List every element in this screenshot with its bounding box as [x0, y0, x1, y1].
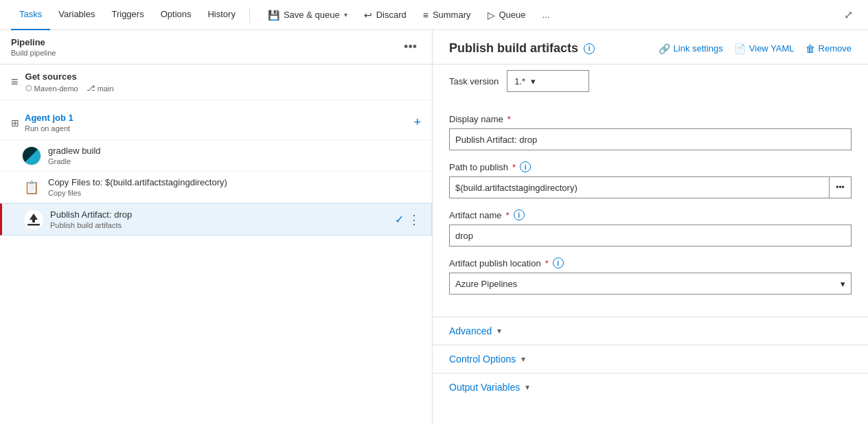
- remove-button[interactable]: 🗑 Remove: [806, 43, 852, 54]
- tab-tasks[interactable]: Tasks: [11, 0, 50, 30]
- discard-icon: ↩: [364, 10, 372, 21]
- publish-task-title: Publish Artifact: drop: [50, 209, 395, 220]
- right-panel: Publish build artifacts i 🔗 Link setting…: [433, 30, 868, 425]
- copy-task-title: Copy Files to: $(build.artifactstagingdi…: [48, 177, 421, 187]
- artifact-location-select[interactable]: Azure Pipelines ▾: [449, 273, 852, 295]
- summary-icon: ≡: [423, 10, 429, 21]
- branch-icon: ⎇: [87, 84, 95, 93]
- agent-job-details: Agent job 1 Run on agent: [25, 113, 73, 133]
- chevron-down-icon: ▾: [344, 11, 347, 19]
- remove-icon: 🗑: [806, 43, 815, 54]
- path-info-icon[interactable]: i: [520, 161, 531, 172]
- pipeline-more-button[interactable]: •••: [400, 38, 421, 56]
- publish-artifact-icon: [25, 211, 42, 228]
- nav-actions: 💾 Save & queue ▾ ↩ Discard ≡ Summary ▷ Q…: [261, 5, 556, 25]
- copy-task-subtitle: Copy files: [48, 189, 421, 197]
- title-info-icon[interactable]: i: [584, 43, 595, 54]
- output-variables-chevron-icon: ▾: [525, 382, 529, 392]
- discard-button[interactable]: ↩ Discard: [357, 5, 413, 25]
- artifact-location-label: Artifact publish location * i: [449, 257, 852, 268]
- artifact-name-info-icon[interactable]: i: [514, 209, 525, 220]
- more-actions-button[interactable]: ...: [536, 5, 557, 24]
- agent-job-subtitle: Run on agent: [25, 124, 73, 133]
- artifact-location-required: *: [545, 258, 549, 268]
- artifact-name-required: *: [506, 210, 510, 220]
- summary-button[interactable]: ≡ Summary: [416, 5, 478, 25]
- advanced-chevron-icon: ▾: [497, 326, 501, 336]
- agent-job-info: ⊞ Agent job 1 Run on agent: [11, 113, 73, 133]
- display-name-input[interactable]: [449, 128, 852, 150]
- task-item-copy[interactable]: 📋 Copy Files to: $(build.artifactstaging…: [0, 172, 432, 203]
- path-required: *: [512, 162, 516, 172]
- path-to-publish-input[interactable]: [449, 176, 830, 198]
- link-settings-button[interactable]: 🔗 Link settings: [659, 43, 723, 54]
- publish-task-actions: ✓ ⋮: [395, 212, 420, 227]
- tab-options[interactable]: Options: [152, 0, 200, 30]
- right-panel-title-area: Publish build artifacts i: [449, 41, 595, 56]
- right-panel-title: Publish build artifacts: [449, 41, 578, 56]
- pipeline-header: Pipeline Build pipeline •••: [0, 30, 432, 65]
- get-sources-title: Get sources: [25, 71, 114, 82]
- publish-task-more-button[interactable]: ⋮: [408, 212, 420, 227]
- location-chevron-icon: ▾: [841, 279, 845, 289]
- artifact-name-input[interactable]: [449, 225, 852, 246]
- task-item-gradle[interactable]: gradlew build Gradle: [0, 140, 432, 172]
- tab-history[interactable]: History: [199, 0, 243, 30]
- nav-tabs: Tasks Variables Triggers Options History: [11, 0, 244, 30]
- publish-task-info: Publish Artifact: drop Publish build art…: [50, 209, 395, 229]
- copy-task-info: Copy Files to: $(build.artifactstagingdi…: [48, 177, 421, 197]
- get-sources-meta: ⬡ Maven-demo ⎇ main: [25, 84, 114, 93]
- queue-icon: ▷: [488, 10, 495, 21]
- path-browse-button[interactable]: •••: [830, 176, 852, 198]
- display-name-required: *: [507, 114, 511, 124]
- tab-triggers[interactable]: Triggers: [103, 0, 152, 30]
- top-navigation: Tasks Variables Triggers Options History…: [0, 0, 868, 30]
- agent-job-header: ⊞ Agent job 1 Run on agent +: [0, 106, 432, 140]
- copy-task-icon: 📋: [22, 178, 41, 197]
- advanced-section[interactable]: Advanced ▾: [433, 317, 868, 345]
- get-sources-info: Get sources ⬡ Maven-demo ⎇ main: [25, 71, 114, 93]
- artifact-location-info-icon[interactable]: i: [553, 257, 564, 268]
- get-sources-icon: ≡: [11, 75, 19, 89]
- view-yaml-button[interactable]: 📄 View YAML: [734, 43, 795, 54]
- left-panel: Pipeline Build pipeline ••• ≡ Get source…: [0, 30, 433, 425]
- output-variables-section[interactable]: Output Variables ▾: [433, 373, 868, 401]
- artifact-location-group: Artifact publish location * i Azure Pipe…: [449, 257, 852, 295]
- tab-variables[interactable]: Variables: [50, 0, 103, 30]
- control-options-section[interactable]: Control Options ▾: [433, 345, 868, 373]
- get-sources-item[interactable]: ≡ Get sources ⬡ Maven-demo ⎇ main: [0, 65, 432, 100]
- task-version-select[interactable]: 1.* ▾: [507, 70, 589, 92]
- nav-divider: [249, 7, 250, 23]
- agent-job-title[interactable]: Agent job 1: [25, 113, 73, 123]
- gradle-task-info: gradlew build Gradle: [48, 146, 421, 165]
- repo-icon: ⬡: [25, 84, 32, 93]
- control-options-chevron-icon: ▾: [521, 354, 525, 364]
- publish-task-subtitle: Publish build artifacts: [50, 221, 395, 229]
- gradle-task-title: gradlew build: [48, 146, 421, 156]
- expand-button[interactable]: ⤢: [840, 4, 857, 25]
- pipeline-subtitle: Build pipeline: [11, 49, 56, 57]
- right-panel-header: Publish build artifacts i 🔗 Link setting…: [433, 30, 868, 65]
- task-item-publish[interactable]: Publish Artifact: drop Publish build art…: [0, 203, 432, 236]
- link-settings-icon: 🔗: [659, 43, 670, 54]
- path-input-container: •••: [449, 176, 852, 198]
- save-queue-button[interactable]: 💾 Save & queue ▾: [261, 5, 354, 25]
- task-version-row: Task version 1.* ▾: [433, 65, 868, 103]
- task-check-icon: ✓: [395, 213, 404, 226]
- gradle-task-subtitle: Gradle: [48, 157, 421, 165]
- artifact-name-group: Artifact name * i: [449, 209, 852, 246]
- path-to-publish-group: Path to publish * i •••: [449, 161, 852, 198]
- form-area: Display name * Path to publish * i •••: [433, 103, 868, 317]
- display-name-group: Display name *: [449, 114, 852, 150]
- pipeline-title: Pipeline: [11, 37, 56, 47]
- path-to-publish-label: Path to publish * i: [449, 161, 852, 172]
- svg-rect-0: [27, 224, 40, 226]
- task-version-label: Task version: [449, 76, 499, 87]
- save-icon: 💾: [268, 10, 279, 21]
- queue-button[interactable]: ▷ Queue: [481, 5, 533, 25]
- agent-job-icon: ⊞: [11, 117, 19, 128]
- svg-marker-1: [30, 214, 38, 222]
- right-panel-actions: 🔗 Link settings 📄 View YAML 🗑 Remove: [659, 43, 852, 54]
- add-task-button[interactable]: +: [413, 115, 421, 130]
- display-name-label: Display name *: [449, 114, 852, 124]
